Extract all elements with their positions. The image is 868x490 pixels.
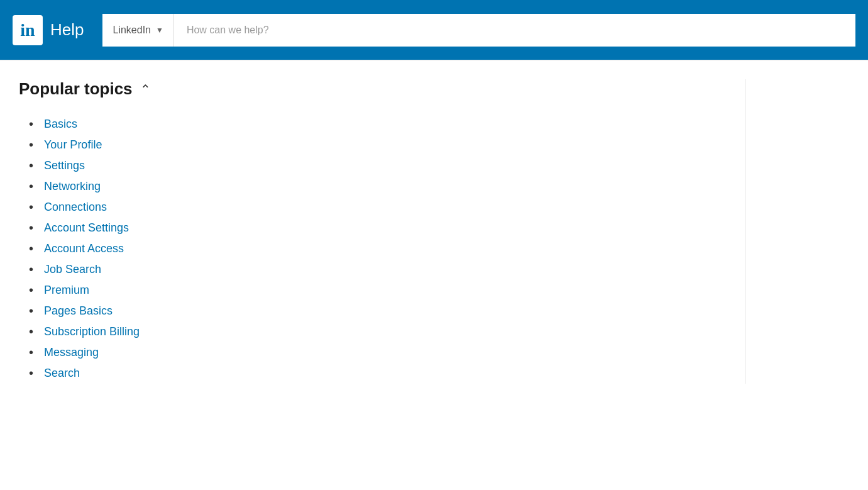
topic-link-connections[interactable]: Connections xyxy=(44,201,107,214)
popular-topics-header: Popular topics ⌃ xyxy=(19,79,726,99)
list-item: Subscription Billing xyxy=(19,321,726,342)
topic-link-account-access[interactable]: Account Access xyxy=(44,242,124,255)
list-item: Basics xyxy=(19,114,726,135)
list-item: Networking xyxy=(19,176,726,197)
list-item: Pages Basics xyxy=(19,301,726,321)
topic-link-subscription-billing[interactable]: Subscription Billing xyxy=(44,325,140,338)
topic-link-messaging[interactable]: Messaging xyxy=(44,346,99,359)
header: in Help LinkedIn ▼ xyxy=(0,0,868,60)
list-item: Account Access xyxy=(19,238,726,259)
list-item: Your Profile xyxy=(19,135,726,155)
dropdown-label: LinkedIn xyxy=(113,25,151,36)
list-item: Messaging xyxy=(19,342,726,363)
topic-link-your-profile[interactable]: Your Profile xyxy=(44,138,102,152)
search-dropdown-button[interactable]: LinkedIn ▼ xyxy=(102,14,173,47)
chevron-up-icon: ⌃ xyxy=(140,83,151,96)
sidebar: Popular topics ⌃ Basics Your Profile Set… xyxy=(0,79,745,384)
list-item: Account Settings xyxy=(19,218,726,238)
search-bar: LinkedIn ▼ xyxy=(102,14,855,47)
topic-link-search[interactable]: Search xyxy=(44,367,80,380)
linkedin-logo-icon: in xyxy=(13,15,43,45)
logo-link[interactable]: in Help xyxy=(13,15,84,45)
help-title: Help xyxy=(50,20,84,40)
topics-list: Basics Your Profile Settings Networking … xyxy=(19,114,726,384)
main-content: Popular topics ⌃ Basics Your Profile Set… xyxy=(0,60,868,403)
topic-link-pages-basics[interactable]: Pages Basics xyxy=(44,304,113,318)
topic-link-premium[interactable]: Premium xyxy=(44,284,89,297)
list-item: Job Search xyxy=(19,259,726,280)
list-item: Search xyxy=(19,363,726,384)
list-item: Premium xyxy=(19,280,726,301)
popular-topics-title: Popular topics xyxy=(19,79,133,99)
topic-link-job-search[interactable]: Job Search xyxy=(44,263,101,276)
list-item: Settings xyxy=(19,155,726,176)
list-item: Connections xyxy=(19,197,726,218)
topic-link-account-settings[interactable]: Account Settings xyxy=(44,221,129,235)
linkedin-logo-text: in xyxy=(20,20,35,40)
topic-link-settings[interactable]: Settings xyxy=(44,159,85,172)
topic-link-networking[interactable]: Networking xyxy=(44,180,101,193)
chevron-down-icon: ▼ xyxy=(156,26,163,35)
search-input[interactable] xyxy=(174,14,855,47)
right-panel xyxy=(745,79,868,384)
topic-link-basics[interactable]: Basics xyxy=(44,118,77,131)
